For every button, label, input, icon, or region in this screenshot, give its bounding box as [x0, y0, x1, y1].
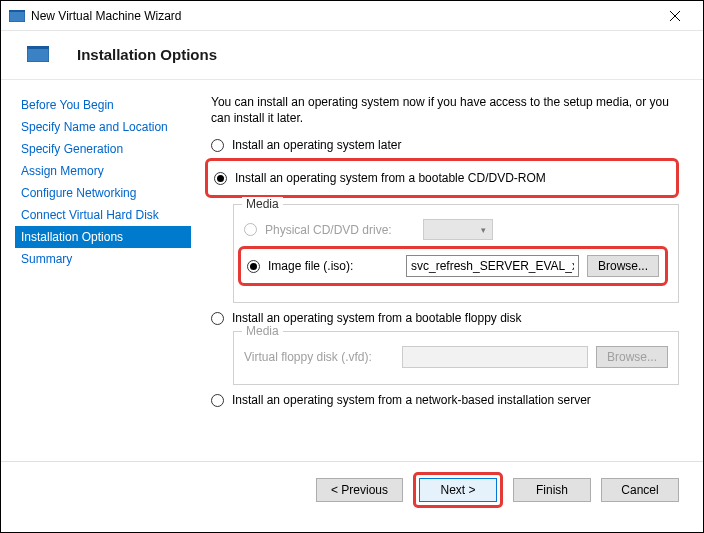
option-install-later[interactable]: Install an operating system later — [211, 138, 679, 152]
option-install-floppy[interactable]: Install an operating system from a boota… — [211, 311, 679, 325]
image-file-input[interactable] — [406, 255, 579, 277]
fieldset-legend: Media — [242, 197, 283, 211]
close-button[interactable] — [655, 2, 695, 30]
sidebar-item-specify-generation[interactable]: Specify Generation — [15, 138, 191, 160]
physical-drive-dropdown — [423, 219, 493, 240]
highlight-cd-option: Install an operating system from a boota… — [205, 158, 679, 198]
fieldset-legend: Media — [242, 324, 283, 338]
radio-icon — [244, 223, 257, 236]
floppy-media-fieldset: Media Virtual floppy disk (.vfd): Browse… — [233, 331, 679, 385]
footer: < Previous Next > Finish Cancel — [1, 461, 703, 517]
radio-icon — [211, 394, 224, 407]
intro-text: You can install an operating system now … — [211, 94, 679, 126]
content-panel: You can install an operating system now … — [197, 80, 703, 461]
option-install-cd[interactable]: Install an operating system from a boota… — [214, 171, 670, 185]
page-title: Installation Options — [77, 46, 217, 63]
highlight-next: Next > — [413, 472, 503, 508]
sidebar-item-installation-options[interactable]: Installation Options — [15, 226, 191, 248]
sidebar: Before You Begin Specify Name and Locati… — [1, 80, 197, 461]
vfd-label: Virtual floppy disk (.vfd): — [244, 350, 394, 364]
sidebar-item-summary[interactable]: Summary — [15, 248, 191, 270]
cancel-button[interactable]: Cancel — [601, 478, 679, 502]
app-icon — [9, 8, 25, 24]
finish-button[interactable]: Finish — [513, 478, 591, 502]
option-label: Install an operating system later — [232, 138, 401, 152]
browse-iso-button[interactable]: Browse... — [587, 255, 659, 277]
radio-icon — [211, 139, 224, 152]
option-label: Install an operating system from a netwo… — [232, 393, 591, 407]
radio-icon — [211, 312, 224, 325]
radio-icon[interactable] — [247, 260, 260, 273]
radio-icon — [214, 172, 227, 185]
sidebar-item-assign-memory[interactable]: Assign Memory — [15, 160, 191, 182]
svg-rect-5 — [27, 46, 49, 49]
browse-vfd-button: Browse... — [596, 346, 668, 368]
option-label: Install an operating system from a boota… — [235, 171, 546, 185]
previous-button[interactable]: < Previous — [316, 478, 403, 502]
header: Installation Options — [1, 31, 703, 80]
titlebar: New Virtual Machine Wizard — [1, 1, 703, 31]
image-file-label: Image file (.iso): — [268, 259, 398, 273]
svg-rect-1 — [9, 10, 25, 12]
sidebar-item-configure-networking[interactable]: Configure Networking — [15, 182, 191, 204]
window-title: New Virtual Machine Wizard — [31, 9, 655, 23]
highlight-image-file: Image file (.iso): Browse... — [238, 246, 668, 286]
physical-drive-row: Physical CD/DVD drive: — [244, 219, 668, 240]
sidebar-item-before-you-begin[interactable]: Before You Begin — [15, 94, 191, 116]
option-install-network[interactable]: Install an operating system from a netwo… — [211, 393, 679, 407]
wizard-icon — [27, 45, 49, 63]
next-button[interactable]: Next > — [419, 478, 497, 502]
option-label: Install an operating system from a boota… — [232, 311, 522, 325]
cd-media-fieldset: Media Physical CD/DVD drive: Image file … — [233, 204, 679, 303]
vfd-input — [402, 346, 588, 368]
physical-drive-label: Physical CD/DVD drive: — [265, 223, 415, 237]
sidebar-item-connect-vhd[interactable]: Connect Virtual Hard Disk — [15, 204, 191, 226]
sidebar-item-specify-name[interactable]: Specify Name and Location — [15, 116, 191, 138]
